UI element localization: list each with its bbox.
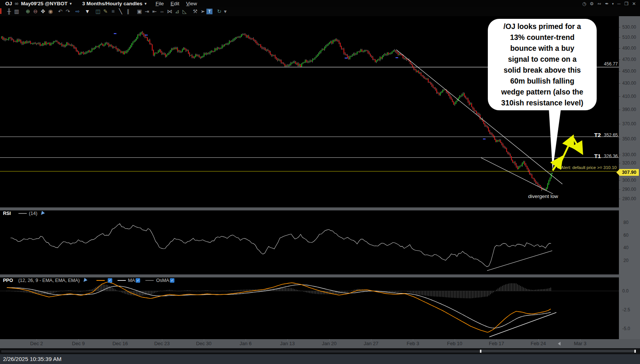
t2-tag[interactable]: T2: [594, 132, 601, 138]
price-tick-mark: [619, 180, 620, 181]
scrollbar-thumb[interactable]: [481, 350, 634, 352]
ppo-tick-label: -5.0: [622, 326, 630, 331]
zoom-in-icon[interactable]: ⊕: [24, 8, 32, 15]
date-tick-mark: [78, 339, 79, 341]
undo-icon[interactable]: ↶: [57, 8, 64, 15]
date-tick-label: Jan 13: [277, 341, 298, 346]
paint-icon[interactable]: ✎: [102, 8, 109, 15]
resistance-level-label: 456.77: [604, 61, 618, 67]
next-arrow-icon[interactable]: ⇨: [74, 8, 81, 15]
price-tick-mark: [619, 155, 620, 155]
menu-view[interactable]: View: [186, 1, 197, 6]
menu-edit[interactable]: Edit: [171, 1, 179, 6]
pane-separator[interactable]: [0, 274, 640, 277]
date-tick-label: Dec 23: [151, 341, 173, 346]
ma-checkbox[interactable]: ✓: [136, 278, 140, 283]
crosshair-icon[interactable]: ◉: [47, 8, 54, 15]
volume-bars-icon[interactable]: ▥: [13, 8, 20, 15]
price-tick-mark: [619, 124, 620, 124]
timeframe-caret-icon[interactable]: ▼: [144, 2, 147, 6]
chart-toolbar: ╫▥⊕⊖✥◉↶↷⇨▼◫✎≡╲∥▣⇥⇤⇔⋈⊿◺⚒➢T↻▾: [0, 7, 640, 16]
last-price-badge: 307.90: [619, 169, 639, 176]
pin-caret-icon[interactable]: ▾: [611, 2, 615, 6]
log-scale-icon[interactable]: ◺: [181, 8, 188, 15]
link-icon[interactable]: ∾: [596, 1, 603, 6]
price-tick-mark: [619, 48, 620, 49]
ppo-line-swatch: [96, 280, 105, 281]
price-tick-mark: [619, 110, 620, 110]
date-tick-label: Feb 3: [402, 341, 423, 346]
expand-horizontal-icon[interactable]: ⇔: [158, 8, 166, 15]
scrollbar-grip[interactable]: [480, 350, 481, 353]
chart-type-icon[interactable]: ◫: [94, 8, 102, 15]
redo-icon[interactable]: ↷: [64, 8, 72, 15]
scrollbar-segment[interactable]: [1, 350, 481, 353]
dropdown-triangle-icon[interactable]: ▼: [84, 8, 91, 15]
rsi-tick-label: 80: [623, 220, 628, 225]
callout-annotation[interactable]: /OJ looks primed for a13% counter-trendb…: [488, 19, 597, 110]
price-tick-mark: [619, 199, 620, 199]
price-tick-label: 320.00: [622, 160, 636, 166]
date-tick-label: Feb 24: [528, 341, 549, 346]
layers-icon[interactable]: ≡: [109, 8, 117, 15]
close-icon[interactable]: ✕: [630, 1, 638, 6]
trendline-tool-icon[interactable]: ╲: [117, 8, 124, 15]
osma-checkbox[interactable]: ✓: [170, 278, 174, 283]
date-tick-mark: [413, 339, 413, 341]
contract-caret-icon[interactable]: ▼: [69, 2, 72, 6]
timeframe-selector[interactable]: 3 Months/Hourly candles: [82, 1, 142, 6]
rsi-label[interactable]: RSI: [3, 211, 11, 216]
parallel-lines-tool-icon[interactable]: ∥: [124, 8, 132, 15]
pointer-icon[interactable]: ➢: [199, 8, 206, 15]
pan-hand-icon[interactable]: ✥: [39, 8, 47, 15]
refresh-caret-icon[interactable]: ▾: [221, 8, 229, 15]
ppo-style-brush-icon[interactable]: [82, 278, 87, 283]
price-tick-mark: [619, 96, 620, 97]
maximize-icon[interactable]: ❐: [623, 1, 630, 6]
zoom-out-icon[interactable]: ⊖: [32, 8, 39, 15]
price-tick-mark: [619, 37, 620, 38]
compress-horizontal-icon[interactable]: ⋈: [166, 8, 173, 15]
menu-bar: FileEditView: [156, 1, 204, 6]
callout-text-line: 60m bullish falling: [510, 76, 574, 87]
rsi-line-swatch: [18, 213, 27, 214]
extend-left-icon[interactable]: ⇤: [151, 8, 158, 15]
pin-icon[interactable]: ✒: [603, 1, 611, 6]
price-tick-label: 450.00: [622, 69, 636, 74]
rsi-tick-label: 40: [623, 245, 628, 250]
date-tick-mark: [580, 339, 580, 341]
wrench-icon[interactable]: ⚒: [191, 8, 199, 15]
price-tick-mark: [619, 189, 620, 190]
toolbar-edge-flag: [0, 8, 2, 14]
text-tool-icon[interactable]: T: [206, 9, 212, 14]
rsi-style-brush-icon[interactable]: [40, 211, 45, 216]
t2-value: 352.65: [604, 133, 618, 138]
date-tick-label: Jan 20: [319, 341, 340, 346]
price-tick-label: 510.00: [622, 35, 636, 40]
date-tick-mark: [204, 339, 204, 341]
menu-file[interactable]: File: [156, 1, 164, 6]
callout-text-line: /OJ looks primed for a: [504, 21, 581, 32]
linear-scale-icon[interactable]: ⊿: [173, 8, 181, 15]
price-tick-label: 530.00: [622, 24, 636, 30]
rsi-pane: [0, 210, 640, 274]
settings-gear-icon[interactable]: ⚙: [588, 1, 596, 6]
contract-selector[interactable]: May09'25 @NYBOT: [21, 1, 68, 6]
callout-text-line: signal to come on a: [508, 54, 576, 65]
rectangle-tool-icon[interactable]: ▣: [136, 8, 143, 15]
date-axis-nav-marker[interactable]: [558, 342, 561, 346]
extend-right-icon[interactable]: ⇥: [143, 8, 151, 15]
divergent-low-label[interactable]: divergent low: [528, 193, 558, 199]
alert-label[interactable]: Alert: default price >= 310.10: [561, 165, 617, 170]
minimize-icon[interactable]: ─: [615, 1, 623, 6]
ppo-checkbox[interactable]: ✓: [108, 278, 112, 283]
date-tick-mark: [246, 339, 246, 341]
scrollbar-grip[interactable]: [634, 350, 636, 353]
t1-tag[interactable]: T1: [594, 153, 601, 159]
price-tick-label: 430.00: [622, 81, 636, 86]
candlestick-chart-icon[interactable]: ╫: [5, 8, 13, 15]
ppo-label[interactable]: PPO: [3, 278, 13, 283]
session-clock-icon[interactable]: ◷: [580, 1, 588, 6]
pane-separator[interactable]: [0, 207, 640, 210]
symbol-label[interactable]: OJ: [5, 1, 12, 6]
